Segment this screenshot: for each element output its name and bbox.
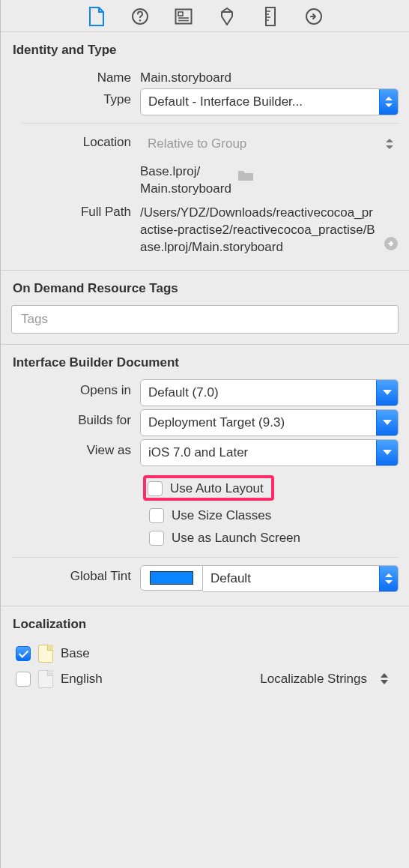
updown-stepper-icon <box>381 673 388 684</box>
identity-and-type-section: Identity and Type Name Main.storyboard T… <box>1 32 409 271</box>
tags-field[interactable] <box>19 311 390 328</box>
chevron-down-icon <box>376 380 398 406</box>
global-tint-value: Default <box>203 571 379 586</box>
launchscreen-label: Use as Launch Screen <box>172 531 300 546</box>
fullpath-label: Full Path <box>11 201 140 220</box>
view-as-label: View as <box>11 439 140 458</box>
sizeclasses-label: Use Size Classes <box>172 508 271 523</box>
type-popup[interactable]: Default - Interface Builder... <box>140 88 399 115</box>
separator <box>11 557 399 558</box>
strings-file-icon <box>38 670 53 688</box>
builds-for-dropdown[interactable]: Deployment Target (9.3) <box>140 409 399 436</box>
loc-english-label: English <box>61 672 103 687</box>
location-row: Location Relative to Group <box>11 131 399 157</box>
opens-in-row: Opens in Default (7.0) <box>11 379 399 406</box>
attributes-inspector-tab[interactable] <box>218 7 236 25</box>
view-as-value: iOS 7.0 and Later <box>141 445 376 460</box>
file-inspector-panel: Identity and Type Name Main.storyboard T… <box>0 0 409 868</box>
loc-english-type: Localizable Strings <box>260 672 367 687</box>
view-as-row: View as iOS 7.0 and Later <box>11 439 399 466</box>
choose-folder-icon[interactable] <box>237 169 254 186</box>
name-value[interactable]: Main.storyboard <box>140 67 399 85</box>
loc-english-checkbox[interactable] <box>16 672 31 687</box>
builds-for-value: Deployment Target (9.3) <box>141 415 376 430</box>
name-row: Name Main.storyboard <box>11 67 399 85</box>
global-tint-popup[interactable]: Default <box>203 565 399 592</box>
file-inspector-tab[interactable] <box>88 7 106 25</box>
view-as-dropdown[interactable]: iOS 7.0 and Later <box>140 439 399 466</box>
highlight-box: Use Auto Layout <box>143 475 274 501</box>
svg-point-1 <box>139 19 140 21</box>
separator <box>22 123 399 124</box>
opens-in-dropdown[interactable]: Default (7.0) <box>140 379 399 406</box>
location-value: Relative to Group <box>140 136 381 151</box>
sizeclasses-checkbox[interactable] <box>149 508 164 523</box>
svg-rect-7 <box>266 7 275 25</box>
global-tint-label: Global Tint <box>11 565 140 584</box>
location-popup[interactable]: Relative to Group <box>140 131 399 157</box>
odr-section-title: On Demand Resource Tags <box>13 281 399 296</box>
location-path: Base.lproj/ Main.storyboard <box>140 160 231 198</box>
loc-base-checkbox[interactable] <box>16 646 31 661</box>
type-label: Type <box>11 88 140 107</box>
type-row: Type Default - Interface Builder... <box>11 88 399 115</box>
launchscreen-row: Use as Launch Screen <box>11 527 399 549</box>
location-path-row: Base.lproj/ Main.storyboard <box>11 160 399 198</box>
loc-english-type-popup[interactable]: Localizable Strings <box>260 672 399 687</box>
fullpath-value: /Users/YDZ/Downloads/reactivecocoa_pract… <box>140 205 379 256</box>
fullpath-row: Full Path /Users/YDZ/Downloads/reactivec… <box>11 201 399 256</box>
odr-section: On Demand Resource Tags <box>1 271 409 345</box>
storyboard-file-icon <box>38 645 53 663</box>
launchscreen-checkbox[interactable] <box>149 531 164 546</box>
identity-section-title: Identity and Type <box>13 43 399 58</box>
color-swatch-icon <box>150 571 193 585</box>
size-inspector-tab[interactable] <box>261 7 279 25</box>
autolayout-row: Use Auto Layout <box>11 469 399 504</box>
localization-section: Localization Base English Localizable St… <box>1 606 409 702</box>
reveal-in-finder-icon[interactable] <box>384 236 399 256</box>
builds-for-row: Builds for Deployment Target (9.3) <box>11 409 399 436</box>
location-label: Location <box>11 131 140 150</box>
localization-section-title: Localization <box>13 617 399 632</box>
quick-help-tab[interactable] <box>131 7 149 25</box>
identity-inspector-tab[interactable] <box>175 7 193 25</box>
updown-stepper-icon <box>379 566 398 591</box>
loc-english-row: English Localizable Strings <box>11 666 399 692</box>
opens-in-label: Opens in <box>11 379 140 398</box>
loc-base-row: Base <box>11 641 399 666</box>
type-value: Default - Interface Builder... <box>141 94 379 109</box>
loc-base-label: Base <box>61 646 90 661</box>
inspector-tabbar <box>1 0 409 32</box>
chevron-down-icon <box>376 440 398 465</box>
sizeclasses-row: Use Size Classes <box>11 504 399 527</box>
updown-stepper-icon <box>381 131 399 157</box>
updown-stepper-icon <box>379 89 398 115</box>
ibdoc-section-title: Interface Builder Document <box>13 355 399 370</box>
autolayout-checkbox[interactable] <box>148 481 163 496</box>
svg-rect-3 <box>178 12 183 16</box>
chevron-down-icon <box>376 410 398 435</box>
connections-inspector-tab[interactable] <box>305 7 323 25</box>
autolayout-label: Use Auto Layout <box>170 481 264 496</box>
global-tint-row: Global Tint Default <box>11 565 399 592</box>
opens-in-value: Default (7.0) <box>141 385 376 400</box>
name-label: Name <box>11 67 140 85</box>
ibdoc-section: Interface Builder Document Opens in Defa… <box>1 345 409 606</box>
builds-for-label: Builds for <box>11 409 140 428</box>
tags-field-wrapper <box>11 305 399 334</box>
global-tint-colorwell[interactable] <box>140 565 203 591</box>
